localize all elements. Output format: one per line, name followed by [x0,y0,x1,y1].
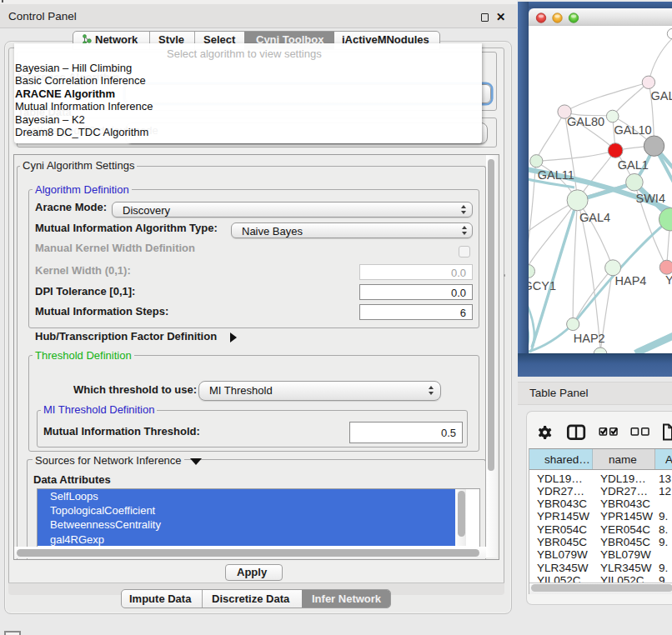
svg-text:GCY1: GCY1 [529,279,556,292]
svg-text:YM: YM [665,273,672,287]
svg-text:HAP4: HAP4 [615,274,647,288]
svg-text:GAL4: GAL4 [579,211,610,224]
svg-text:GAL11: GAL11 [538,168,574,182]
svg-text:GAL1: GAL1 [618,158,649,172]
svg-text:HAP2: HAP2 [574,332,605,345]
svg-text:SWI4: SWI4 [636,192,665,205]
svg-text:GAL2: GAL2 [651,89,672,102]
svg-text:GAL10: GAL10 [614,123,652,137]
svg-text:GAL80: GAL80 [567,115,604,128]
